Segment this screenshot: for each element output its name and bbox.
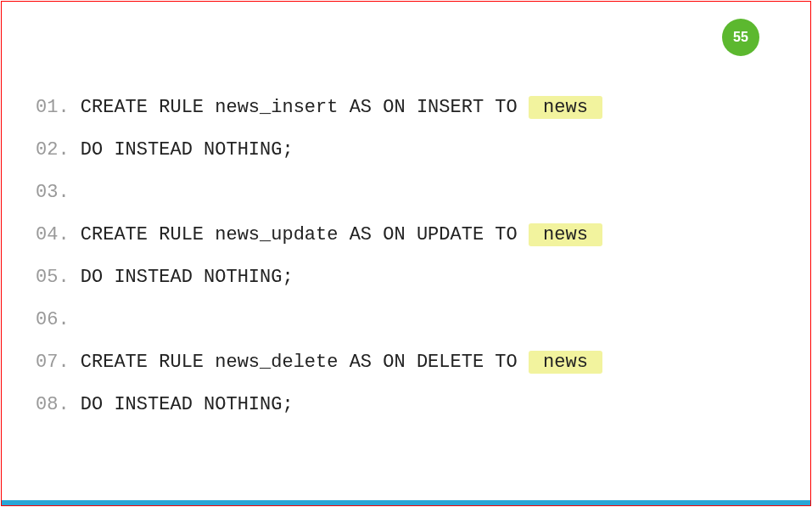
code-block: 01. CREATE RULE news_insert AS ON INSERT… <box>36 87 776 426</box>
line-number: 07. <box>36 352 70 373</box>
line-number: 04. <box>36 224 70 245</box>
slide-frame: 55 01. CREATE RULE news_insert AS ON INS… <box>1 1 811 506</box>
code-line: 03. <box>36 172 776 214</box>
code-line: 07. CREATE RULE news_delete AS ON DELETE… <box>36 341 776 384</box>
line-number: 06. <box>36 309 70 330</box>
line-number: 01. <box>36 97 70 118</box>
code-token: CREATE RULE news_insert AS ON INSERT TO <box>70 97 529 118</box>
code-line: 02. DO INSTEAD NOTHING; <box>36 129 776 172</box>
code-line: 04. CREATE RULE news_update AS ON UPDATE… <box>36 214 776 256</box>
page-number-badge: 55 <box>722 19 759 56</box>
line-number: 08. <box>36 394 70 415</box>
code-token: DO INSTEAD NOTHING; <box>70 139 294 161</box>
code-line: 06. <box>36 299 776 341</box>
code-token <box>70 182 81 203</box>
code-token <box>70 309 81 330</box>
line-number: 02. <box>36 139 70 161</box>
bottom-accent-bar <box>2 500 810 505</box>
highlighted-token: news <box>529 351 602 374</box>
code-token: DO INSTEAD NOTHING; <box>70 267 294 288</box>
line-number: 03. <box>36 182 70 203</box>
code-line: 05. DO INSTEAD NOTHING; <box>36 256 776 299</box>
line-number: 05. <box>36 267 70 288</box>
code-token: CREATE RULE news_delete AS ON DELETE TO <box>70 352 529 373</box>
code-line: 08. DO INSTEAD NOTHING; <box>36 384 776 426</box>
code-token: CREATE RULE news_update AS ON UPDATE TO <box>70 224 529 245</box>
highlighted-token: news <box>529 223 602 246</box>
code-line: 01. CREATE RULE news_insert AS ON INSERT… <box>36 87 776 129</box>
highlighted-token: news <box>529 96 602 119</box>
code-token: DO INSTEAD NOTHING; <box>70 394 294 415</box>
